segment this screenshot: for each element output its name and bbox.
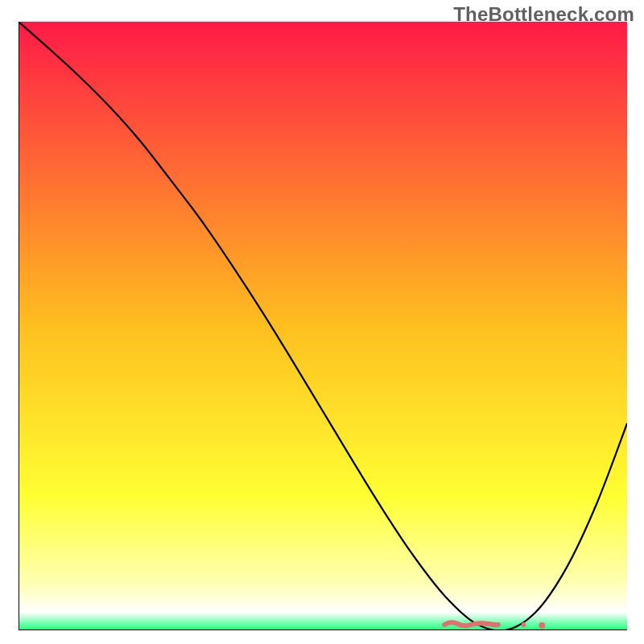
bottleneck-chart — [19, 22, 627, 630]
chart-container: TheBottleneck.com — [0, 0, 644, 644]
gradient-background — [19, 22, 627, 630]
optimal-dot — [539, 622, 545, 629]
optimal-dot-2 — [522, 622, 526, 627]
